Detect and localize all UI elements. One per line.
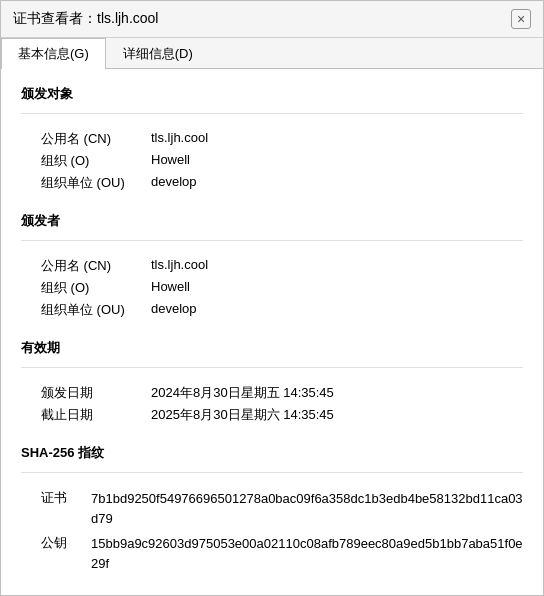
issued-to-o-label: 组织 (O) (41, 152, 151, 170)
issued-by-cn-value: tls.ljh.cool (151, 257, 523, 272)
sha256-pubkey-label: 公钥 (41, 534, 91, 552)
divider-issued-to (21, 113, 523, 114)
tab-detail[interactable]: 详细信息(D) (106, 38, 210, 69)
issued-to-fields: 公用名 (CN) tls.ljh.cool 组织 (O) Howell 组织单位… (41, 130, 523, 192)
issued-to-ou-label: 组织单位 (OU) (41, 174, 151, 192)
title-bar: 证书查看者：tls.ljh.cool × (1, 1, 543, 38)
issued-to-section: 颁发对象 公用名 (CN) tls.ljh.cool 组织 (O) Howell… (21, 85, 523, 192)
issued-by-section: 颁发者 公用名 (CN) tls.ljh.cool 组织 (O) Howell … (21, 212, 523, 319)
validity-section: 有效期 颁发日期 2024年8月30日星期五 14:35:45 截止日期 202… (21, 339, 523, 424)
sha256-pubkey-row: 公钥 15bb9a9c92603d975053e00a02110c08afb78… (41, 534, 523, 573)
expiry-date-label: 截止日期 (41, 406, 151, 424)
issued-to-o-row: 组织 (O) Howell (41, 152, 523, 170)
issued-to-o-value: Howell (151, 152, 523, 167)
issued-by-title: 颁发者 (21, 212, 523, 230)
tab-bar: 基本信息(G) 详细信息(D) (1, 38, 543, 69)
sha256-section: SHA-256 指纹 证书 7b1bd9250f54976696501278a0… (21, 444, 523, 573)
issued-to-title: 颁发对象 (21, 85, 523, 103)
issued-to-ou-value: develop (151, 174, 523, 189)
issued-by-cn-row: 公用名 (CN) tls.ljh.cool (41, 257, 523, 275)
issued-by-fields: 公用名 (CN) tls.ljh.cool 组织 (O) Howell 组织单位… (41, 257, 523, 319)
validity-title: 有效期 (21, 339, 523, 357)
issued-date-value: 2024年8月30日星期五 14:35:45 (151, 384, 523, 402)
issued-to-ou-row: 组织单位 (OU) develop (41, 174, 523, 192)
issued-by-o-value: Howell (151, 279, 523, 294)
sha256-fields: 证书 7b1bd9250f54976696501278a0bac09f6a358… (41, 489, 523, 573)
divider-issued-by (21, 240, 523, 241)
issued-by-ou-value: develop (151, 301, 523, 316)
issued-by-o-row: 组织 (O) Howell (41, 279, 523, 297)
close-button[interactable]: × (511, 9, 531, 29)
issued-date-label: 颁发日期 (41, 384, 151, 402)
tab-basic[interactable]: 基本信息(G) (1, 38, 106, 69)
expiry-date-value: 2025年8月30日星期六 14:35:45 (151, 406, 523, 424)
issued-by-ou-label: 组织单位 (OU) (41, 301, 151, 319)
sha256-cert-label: 证书 (41, 489, 91, 507)
validity-fields: 颁发日期 2024年8月30日星期五 14:35:45 截止日期 2025年8月… (41, 384, 523, 424)
divider-sha256 (21, 472, 523, 473)
issued-to-cn-value: tls.ljh.cool (151, 130, 523, 145)
certificate-dialog: 证书查看者：tls.ljh.cool × 基本信息(G) 详细信息(D) 颁发对… (0, 0, 544, 596)
sha256-title: SHA-256 指纹 (21, 444, 523, 462)
dialog-title: 证书查看者：tls.ljh.cool (13, 10, 158, 28)
sha256-cert-value: 7b1bd9250f54976696501278a0bac09f6a358dc1… (91, 489, 523, 528)
sha256-pubkey-value: 15bb9a9c92603d975053e00a02110c08afb789ee… (91, 534, 523, 573)
issued-by-o-label: 组织 (O) (41, 279, 151, 297)
content-area: 颁发对象 公用名 (CN) tls.ljh.cool 组织 (O) Howell… (1, 69, 543, 595)
expiry-date-row: 截止日期 2025年8月30日星期六 14:35:45 (41, 406, 523, 424)
issued-date-row: 颁发日期 2024年8月30日星期五 14:35:45 (41, 384, 523, 402)
issued-by-cn-label: 公用名 (CN) (41, 257, 151, 275)
issued-to-cn-label: 公用名 (CN) (41, 130, 151, 148)
divider-validity (21, 367, 523, 368)
issued-by-ou-row: 组织单位 (OU) develop (41, 301, 523, 319)
issued-to-cn-row: 公用名 (CN) tls.ljh.cool (41, 130, 523, 148)
sha256-cert-row: 证书 7b1bd9250f54976696501278a0bac09f6a358… (41, 489, 523, 528)
